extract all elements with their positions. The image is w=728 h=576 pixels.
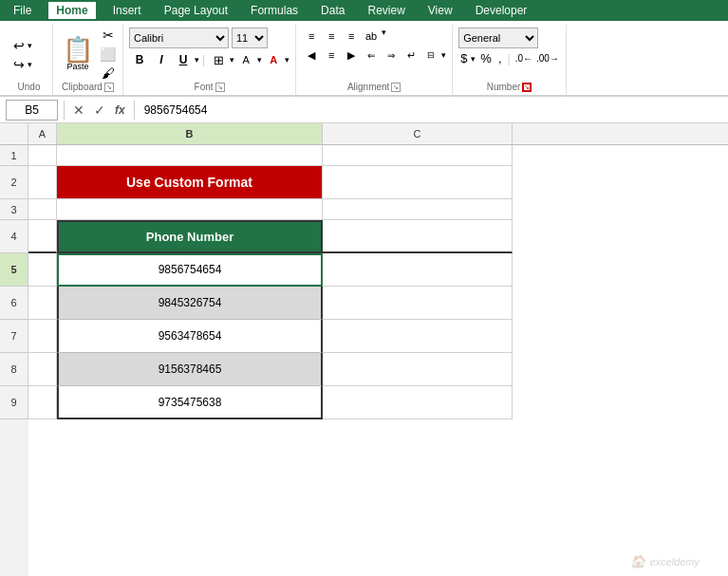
format-painter-button[interactable]: 🖌 bbox=[99, 65, 117, 82]
font-color-arrow[interactable]: ▾ bbox=[285, 55, 289, 65]
cell-c8[interactable] bbox=[323, 353, 513, 386]
menu-home[interactable]: Home bbox=[48, 2, 95, 19]
wrap-text-button[interactable]: ↵ bbox=[401, 46, 420, 64]
menu-page-layout[interactable]: Page Layout bbox=[159, 2, 233, 19]
cell-b2[interactable]: Use Custom Format bbox=[57, 166, 323, 199]
insert-function-icon[interactable]: fx bbox=[112, 103, 128, 117]
cell-b7[interactable]: 9563478654 bbox=[57, 320, 323, 353]
align-top-center-button[interactable]: ≡ bbox=[322, 28, 341, 45]
cell-b1[interactable] bbox=[57, 145, 323, 166]
cell-c9[interactable] bbox=[323, 386, 513, 419]
row-num-2[interactable]: 2 bbox=[0, 166, 28, 199]
phone-header-text: Phone Number bbox=[146, 230, 233, 244]
orientation-arrow[interactable]: ▾ bbox=[382, 28, 386, 45]
undo-button[interactable]: ↩ bbox=[11, 37, 27, 54]
cell-b8[interactable]: 9156378465 bbox=[57, 353, 323, 386]
cell-c1[interactable] bbox=[323, 145, 513, 166]
menu-view[interactable]: View bbox=[422, 2, 458, 19]
row-num-3[interactable]: 3 bbox=[0, 199, 28, 220]
cell-c7[interactable] bbox=[323, 320, 513, 353]
copy-button[interactable]: ⬜ bbox=[99, 46, 117, 63]
cell-c6[interactable] bbox=[323, 287, 513, 320]
border-arrow[interactable]: ▾ bbox=[230, 55, 234, 65]
underline-arrow[interactable]: ▾ bbox=[195, 55, 199, 65]
underline-button[interactable]: U bbox=[173, 50, 194, 69]
increase-decimal-button[interactable]: .00→ bbox=[535, 52, 560, 65]
menu-formulas[interactable]: Formulas bbox=[245, 2, 304, 19]
font-color-button[interactable]: A bbox=[263, 50, 284, 69]
font-launcher-icon[interactable]: ↘ bbox=[215, 83, 225, 92]
fill-color-button[interactable]: A bbox=[235, 50, 256, 69]
bold-button[interactable]: B bbox=[129, 50, 150, 69]
col-header-b[interactable]: B bbox=[57, 123, 323, 144]
merge-button[interactable]: ⊟ bbox=[421, 46, 440, 64]
cell-b5[interactable]: 9856754654 bbox=[57, 253, 323, 287]
decrease-decimal-button[interactable]: .0← bbox=[514, 52, 533, 65]
number-launcher-icon[interactable]: ↘ bbox=[522, 83, 532, 92]
cell-b9[interactable]: 9735475638 bbox=[57, 386, 323, 419]
cell-reference-input[interactable]: B5 bbox=[6, 100, 58, 121]
italic-button[interactable]: I bbox=[151, 50, 172, 69]
menu-insert[interactable]: Insert bbox=[107, 2, 147, 19]
row-num-1[interactable]: 1 bbox=[0, 145, 28, 166]
col-header-a[interactable]: A bbox=[28, 123, 57, 144]
row-num-7[interactable]: 7 bbox=[0, 320, 28, 353]
formula-bar: B5 ✕ ✓ fx 9856754654 bbox=[0, 97, 728, 123]
merge-arrow[interactable]: ▾ bbox=[441, 50, 446, 60]
row-num-6[interactable]: 6 bbox=[0, 287, 28, 320]
cancel-formula-icon[interactable]: ✕ bbox=[70, 102, 87, 118]
cell-a1[interactable] bbox=[28, 145, 57, 166]
align-center-button[interactable]: ≡ bbox=[322, 46, 341, 64]
align-top-right-button[interactable]: ≡ bbox=[342, 28, 361, 45]
cut-button[interactable]: ✂ bbox=[99, 27, 117, 44]
cell-b6[interactable]: 9845326754 bbox=[57, 287, 323, 320]
col-header-c[interactable]: C bbox=[323, 123, 513, 144]
cell-c4[interactable] bbox=[323, 220, 513, 253]
align-top-left-button[interactable]: ≡ bbox=[302, 28, 321, 45]
row-num-5[interactable]: 5 bbox=[0, 253, 28, 287]
font-family-select[interactable]: Calibri bbox=[129, 28, 229, 48]
redo-button[interactable]: ↪ bbox=[11, 56, 27, 73]
row-num-4[interactable]: 4 bbox=[0, 220, 28, 253]
paste-big[interactable]: 📋 Paste bbox=[59, 35, 97, 73]
cell-c2[interactable] bbox=[323, 166, 513, 199]
menu-data[interactable]: Data bbox=[315, 2, 350, 19]
fill-arrow[interactable]: ▾ bbox=[257, 55, 262, 65]
increase-indent-button[interactable]: ⇒ bbox=[382, 46, 401, 64]
menu-file[interactable]: File bbox=[8, 2, 37, 19]
number-group: General $ ▾ % , | .0← .00→ Number bbox=[453, 25, 567, 95]
cell-a7[interactable] bbox=[28, 320, 57, 353]
align-left-button[interactable]: ◀ bbox=[302, 46, 321, 64]
number-format-select[interactable]: General bbox=[458, 28, 538, 48]
menu-developer[interactable]: Developer bbox=[470, 2, 533, 19]
menu-review[interactable]: Review bbox=[362, 2, 410, 19]
cell-c5[interactable] bbox=[323, 253, 513, 287]
redo-arrow[interactable]: ▾ bbox=[28, 60, 32, 69]
clipboard-launcher-icon[interactable]: ↘ bbox=[104, 83, 114, 92]
cell-a2[interactable] bbox=[28, 166, 57, 199]
undo-arrow[interactable]: ▾ bbox=[28, 41, 32, 50]
cell-a6[interactable] bbox=[28, 287, 57, 320]
border-button[interactable]: ⊞ bbox=[208, 50, 229, 69]
orientation-button[interactable]: ab bbox=[362, 28, 381, 45]
alignment-launcher-icon[interactable]: ↘ bbox=[391, 83, 401, 92]
row-num-9[interactable]: 9 bbox=[0, 386, 28, 419]
cell-a3[interactable] bbox=[28, 199, 57, 220]
cell-a4[interactable] bbox=[28, 220, 57, 253]
row-num-8[interactable]: 8 bbox=[0, 353, 28, 386]
cell-b4[interactable]: Phone Number bbox=[57, 220, 323, 253]
cell-b3[interactable] bbox=[57, 199, 323, 220]
cell-a8[interactable] bbox=[28, 353, 57, 386]
currency-button[interactable]: $ bbox=[458, 50, 469, 66]
decrease-indent-button[interactable]: ⇐ bbox=[362, 46, 381, 64]
align-right-button[interactable]: ▶ bbox=[342, 46, 361, 64]
cell-c3[interactable] bbox=[323, 199, 513, 220]
cell-a5[interactable] bbox=[28, 253, 57, 287]
percent-button[interactable]: % bbox=[477, 50, 495, 66]
font-size-select[interactable]: 11 bbox=[232, 28, 268, 48]
currency-arrow[interactable]: ▾ bbox=[471, 54, 476, 64]
formula-input[interactable]: 9856754654 bbox=[140, 103, 722, 117]
cell-a9[interactable] bbox=[28, 386, 57, 419]
comma-button[interactable]: , bbox=[496, 50, 504, 66]
confirm-formula-icon[interactable]: ✓ bbox=[91, 102, 108, 118]
